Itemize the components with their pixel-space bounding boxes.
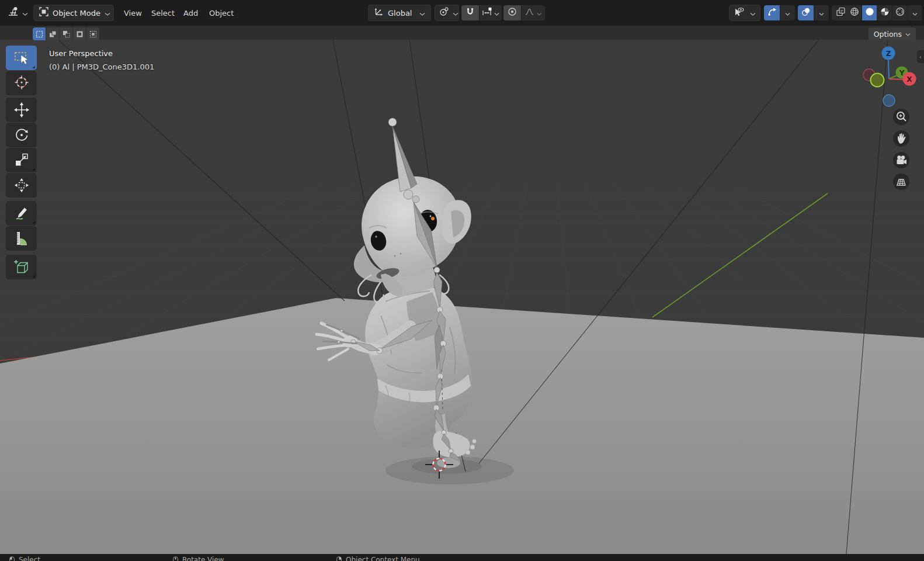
- shading-material-icon: [880, 7, 890, 19]
- zoom-icon: [894, 110, 908, 124]
- sidebar-collapse-tab[interactable]: ‹: [917, 50, 924, 63]
- show-object-types-dropdown[interactable]: [729, 5, 760, 21]
- tool-transform[interactable]: [6, 173, 37, 198]
- orientation-global-icon: [374, 7, 384, 19]
- menu-add[interactable]: Add: [179, 0, 202, 26]
- eye-right-orange-dot: [431, 217, 435, 220]
- mode-label: Object Mode: [53, 9, 100, 18]
- tool-settings-bar: Options: [0, 26, 924, 40]
- scale-icon: [13, 152, 30, 168]
- subtool-corner: [32, 168, 35, 171]
- axis-ball-neg-z[interactable]: [883, 95, 895, 106]
- tool-scale[interactable]: [6, 148, 37, 172]
- falloff-dropdown[interactable]: [521, 5, 545, 20]
- snap-settings-dropdown[interactable]: [479, 5, 502, 20]
- chevron-down-icon: [912, 8, 918, 19]
- tool-select-box[interactable]: [6, 46, 37, 70]
- svg-text:Z: Z: [886, 50, 891, 58]
- nostril-left: [394, 255, 396, 257]
- status-bar: Select Rotate View Object Context Menu: [0, 554, 924, 561]
- axis-ball-z[interactable]: Z: [882, 47, 895, 60]
- shading-rendered-button[interactable]: [892, 5, 907, 20]
- menu-object[interactable]: Object: [205, 0, 238, 26]
- object-mode-icon: [39, 7, 48, 19]
- editor-type-dropdown[interactable]: [7, 5, 28, 21]
- menu-select[interactable]: Select: [147, 0, 179, 26]
- select-set-icon: [36, 30, 43, 38]
- camera-view-button[interactable]: [893, 152, 909, 168]
- eye-left-highlight: [375, 236, 377, 238]
- proportional-editing-toggle[interactable]: [503, 5, 521, 20]
- shading-settings-dropdown[interactable]: [907, 5, 922, 20]
- chevron-down-icon: [750, 8, 756, 19]
- shading-solid-icon: [865, 7, 874, 19]
- toe-1: [466, 450, 470, 455]
- proportional-editing-icon: [508, 7, 517, 19]
- chevron-down-icon: [494, 8, 499, 19]
- svg-text:X: X: [906, 75, 912, 84]
- bone-joint: [338, 341, 340, 343]
- tool-add-cube[interactable]: [6, 255, 37, 279]
- menu-view[interactable]: View: [120, 0, 146, 26]
- snap-increment-icon: [482, 7, 492, 19]
- shading-wireframe-icon: [850, 7, 859, 19]
- overlays-settings-dropdown[interactable]: [814, 5, 829, 20]
- show-overlays-toggle[interactable]: [798, 5, 814, 20]
- bone-joint: [341, 330, 343, 332]
- toggle-orthographic-button[interactable]: [893, 174, 909, 190]
- select-subtract-icon: [62, 30, 70, 38]
- rotate-icon: [13, 127, 30, 143]
- chevron-left-icon: ‹: [919, 54, 922, 60]
- axis-ball-neg-y[interactable]: [871, 74, 884, 87]
- mode-dropdown[interactable]: Object Mode: [33, 5, 114, 21]
- pivot-point-dropdown[interactable]: [435, 5, 459, 21]
- bone-tip-ball: [388, 118, 397, 126]
- camera-view-icon: [894, 153, 908, 167]
- tool-annotate[interactable]: [6, 201, 37, 226]
- tool-cursor[interactable]: [6, 71, 37, 95]
- eye-right-highlight: [430, 216, 432, 217]
- chevron-down-icon: [537, 8, 542, 19]
- transform-orientation-dropdown[interactable]: Global: [368, 5, 431, 21]
- pan-button[interactable]: [893, 130, 909, 147]
- move-icon: [13, 102, 30, 118]
- subtool-corner: [32, 221, 35, 224]
- chevron-down-icon: [453, 8, 458, 19]
- x-axis-stem: [889, 79, 905, 79]
- snap-group: [461, 5, 502, 20]
- status-keymap-rotate-view: Rotate View: [173, 556, 224, 561]
- select-mode-invert[interactable]: [73, 27, 86, 40]
- options-dropdown[interactable]: Options: [869, 27, 916, 40]
- 3d-viewport[interactable]: User Perspective (0) Al | PM3D_Cone3D1.0…: [0, 40, 924, 554]
- y-axis-line: [652, 193, 828, 317]
- show-object-types-icon: [734, 7, 744, 19]
- gizmo-settings-dropdown[interactable]: [780, 5, 795, 20]
- active-object-label: (0) Al | PM3D_Cone3D1.001: [49, 60, 154, 74]
- shading-wireframe-button[interactable]: [847, 5, 862, 20]
- tool-rotate[interactable]: [6, 123, 37, 147]
- select-mode-subtract[interactable]: [60, 27, 72, 40]
- tool-move[interactable]: [6, 98, 37, 122]
- viewport-overlay-text: User Perspective (0) Al | PM3D_Cone3D1.0…: [49, 47, 154, 74]
- proportional-editing-group: [503, 5, 545, 20]
- show-overlays-icon: [801, 7, 811, 19]
- zoom-button[interactable]: [893, 109, 909, 125]
- snap-toggle[interactable]: [461, 5, 479, 20]
- select-mode-extend[interactable]: [46, 27, 59, 40]
- select-box-icon: [13, 50, 30, 66]
- select-mode-set[interactable]: [33, 27, 46, 40]
- chevron-down-icon: [819, 8, 824, 19]
- measure-icon: [13, 230, 30, 247]
- axis-ball-x[interactable]: X: [903, 72, 916, 86]
- viewport-header: Object Mode View Select Add Object Globa…: [0, 0, 924, 26]
- tool-measure[interactable]: [6, 226, 37, 251]
- select-mode-intersect[interactable]: [86, 27, 99, 40]
- gizmo-group: [764, 5, 795, 20]
- shading-material-button[interactable]: [877, 5, 892, 20]
- navigation-axis-gizmo[interactable]: Z Y X: [846, 41, 924, 111]
- cursor-tool-icon: [13, 75, 30, 91]
- show-gizmo-toggle[interactable]: [764, 5, 780, 20]
- falloff-curve-icon: [524, 7, 534, 19]
- view-name-label: User Perspective: [49, 47, 154, 60]
- shading-solid-button[interactable]: [862, 5, 877, 20]
